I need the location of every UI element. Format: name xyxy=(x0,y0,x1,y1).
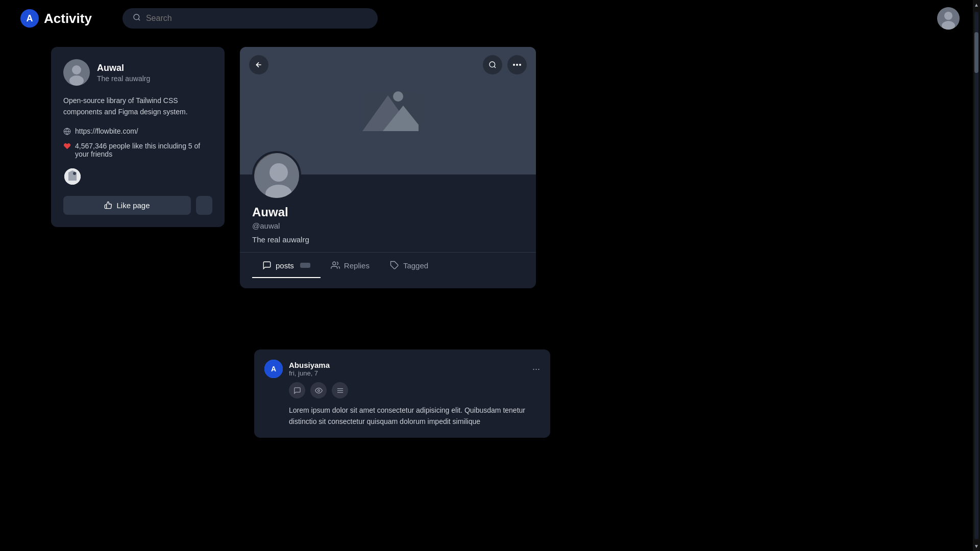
scroll-up-arrow[interactable]: ▲ xyxy=(972,0,980,10)
scroll-down-arrow[interactable]: ▼ xyxy=(972,541,980,551)
svg-text:A: A xyxy=(271,365,276,373)
likes-text: 4,567,346 people like this including 5 o… xyxy=(75,142,212,158)
page-name-area: Auwal The real auwalrg xyxy=(97,63,150,83)
page-handle: The real auwalrg xyxy=(97,74,150,83)
logo-area: A Activity xyxy=(20,9,92,28)
page-actions: Like page xyxy=(63,196,212,215)
tab-posts-label: posts xyxy=(276,261,294,270)
profile-avatar-area xyxy=(252,151,301,200)
svg-point-15 xyxy=(489,62,495,67)
user-avatar-header[interactable] xyxy=(937,7,960,30)
scrollbar-thumb[interactable] xyxy=(974,32,978,73)
profile-search-button[interactable] xyxy=(483,55,502,74)
page-avatar xyxy=(63,59,90,86)
post-text: Lorem ipsum dolor sit amet consectetur a… xyxy=(289,405,540,428)
page-meta: https://flowbite.com/ 4,567,346 people l… xyxy=(63,127,212,158)
svg-point-20 xyxy=(270,163,288,182)
svg-point-18 xyxy=(519,64,521,66)
header-icons-right xyxy=(483,55,527,74)
post-author-avatar: A xyxy=(264,360,283,378)
back-button[interactable] xyxy=(249,55,268,74)
svg-point-12 xyxy=(393,91,403,102)
post-author-name: Abusiyama xyxy=(289,361,330,369)
svg-point-2 xyxy=(134,14,139,20)
page-name: Auwal xyxy=(97,63,150,73)
tab-posts[interactable]: posts xyxy=(252,253,321,278)
search-bar[interactable] xyxy=(122,8,378,29)
like-page-label: Like page xyxy=(116,201,150,210)
post-card: A Abusiyama fri, june, 7 ··· xyxy=(254,349,550,438)
post-view-icon[interactable] xyxy=(310,382,327,398)
svg-point-4 xyxy=(944,12,952,20)
tab-tagged-label: Tagged xyxy=(403,261,428,270)
post-author-info: Abusiyama fri, june, 7 xyxy=(289,361,330,377)
heart-icon xyxy=(63,142,71,152)
friend-avatar-1 xyxy=(63,167,82,186)
header-right xyxy=(937,7,960,30)
svg-point-22 xyxy=(333,262,336,265)
globe-icon xyxy=(63,128,71,137)
main-content: Auwal The real auwalrg Open-source libra… xyxy=(0,37,980,298)
post-comment-icon[interactable] xyxy=(289,382,305,398)
page-description: Open-source library of Tailwind CSS comp… xyxy=(63,95,212,118)
post-date: fri, june, 7 xyxy=(289,369,330,377)
header: A Activity xyxy=(0,0,980,37)
tab-replies-label: Replies xyxy=(344,261,370,270)
post-list-icon[interactable] xyxy=(332,382,348,398)
tab-replies[interactable]: Replies xyxy=(321,253,380,278)
app-title: Activity xyxy=(44,11,92,27)
svg-point-17 xyxy=(516,64,518,66)
scrollbar-track xyxy=(974,12,978,539)
svg-point-11 xyxy=(73,172,76,175)
profile-name: Auwal xyxy=(252,205,524,219)
left-card-more-button[interactable] xyxy=(196,196,212,215)
svg-point-16 xyxy=(513,64,515,66)
scrollbar[interactable]: ▲ ▼ xyxy=(973,0,980,551)
like-page-button[interactable]: Like page xyxy=(63,196,191,215)
left-card-header: Auwal The real auwalrg xyxy=(63,59,212,86)
post-author-area: A Abusiyama fri, june, 7 xyxy=(264,360,330,378)
post-more-button[interactable]: ··· xyxy=(532,364,540,374)
svg-point-7 xyxy=(72,65,81,74)
likes-meta: 4,567,346 people like this including 5 o… xyxy=(63,142,212,158)
left-card: Auwal The real auwalrg Open-source libra… xyxy=(51,47,225,227)
tab-posts-indicator xyxy=(300,263,310,268)
profile-avatar-large xyxy=(252,151,301,200)
logo-icon: A xyxy=(20,9,39,28)
profile-handle: @auwal xyxy=(252,221,524,230)
cover-placeholder-icon xyxy=(357,85,419,136)
website-meta: https://flowbite.com/ xyxy=(63,127,212,137)
friends-avatars xyxy=(63,167,212,186)
post-card-wrapper: A Abusiyama fri, june, 7 ··· xyxy=(254,349,550,438)
post-actions-bar xyxy=(289,382,540,398)
svg-text:A: A xyxy=(27,13,33,23)
search-input[interactable] xyxy=(146,14,368,23)
profile-tabs: posts Replies Tagged xyxy=(240,252,536,278)
right-card: Auwal @auwal The real auwalrg posts Repl… xyxy=(240,47,536,288)
svg-point-8 xyxy=(69,76,84,86)
search-icon xyxy=(133,13,141,23)
svg-point-26 xyxy=(317,389,320,391)
tab-tagged[interactable]: Tagged xyxy=(380,253,438,278)
post-header: A Abusiyama fri, june, 7 ··· xyxy=(264,360,540,378)
profile-more-button[interactable] xyxy=(507,55,527,74)
profile-cover xyxy=(240,47,536,174)
profile-card-header xyxy=(240,55,536,74)
website-url: https://flowbite.com/ xyxy=(75,127,138,135)
profile-bio: The real auwalrg xyxy=(252,235,524,244)
